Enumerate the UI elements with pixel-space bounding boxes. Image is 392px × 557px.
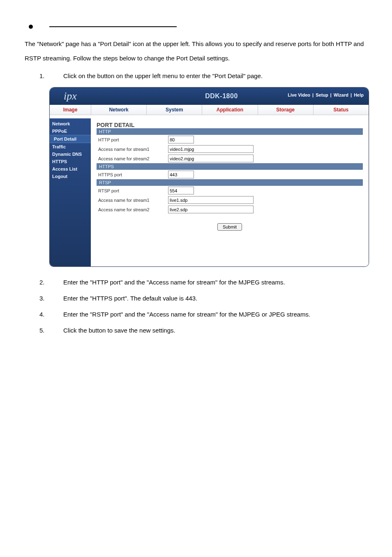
row-http-port: HTTP port: [97, 135, 363, 144]
step-text: Click the button to save the new setting…: [63, 322, 367, 338]
heading-bullet-row: [25, 25, 367, 29]
section-rtsp: RTSP: [97, 179, 363, 186]
input-https-port[interactable]: [168, 171, 194, 178]
row-https-port: HTTPS port: [97, 170, 363, 179]
label-rtsp-port: RTSP port: [97, 188, 168, 193]
input-rtsp-stream2[interactable]: [168, 206, 254, 213]
label-http-stream1: Access name for stream1: [97, 147, 168, 152]
section-http: HTTP: [97, 128, 363, 135]
top-tabs: Image Network System Application Storage…: [50, 105, 369, 115]
sidebar-item-traffic[interactable]: Traffic: [50, 143, 91, 150]
tab-image[interactable]: Image: [50, 105, 91, 115]
input-rtsp-port[interactable]: [168, 187, 194, 194]
app-screenshot: ipx DDK-1800 Live Video | Setup | Wizard…: [49, 87, 369, 267]
input-http-stream1[interactable]: [168, 145, 254, 153]
input-rtsp-stream1[interactable]: [168, 196, 254, 204]
app-body: Network PPPoE Port Detail Traffic Dynami…: [50, 118, 369, 266]
step-text: Click on the button on the upper left me…: [63, 68, 367, 84]
intro-paragraph: The "Network" page has a "Port Detail" i…: [25, 37, 367, 65]
step-1: 1. Click on the button on the upper left…: [25, 68, 367, 84]
link-setup[interactable]: Setup: [315, 92, 329, 97]
sidebar-item-access-list[interactable]: Access List: [50, 165, 91, 173]
content-panel: PORT DETAIL HTTP HTTP port Access name f…: [91, 118, 369, 266]
step-text: Enter the "HTTPS port". The default valu…: [63, 290, 367, 306]
tab-storage[interactable]: Storage: [258, 105, 314, 115]
link-help[interactable]: Help: [353, 92, 364, 97]
step-number: 4.: [39, 306, 48, 322]
row-http-stream1: Access name for stream1: [97, 144, 363, 154]
row-rtsp-port: RTSP port: [97, 186, 363, 195]
step-number: 1.: [39, 68, 48, 84]
submit-button[interactable]: Submit: [217, 223, 242, 231]
tab-status[interactable]: Status: [314, 105, 369, 115]
panel-title: PORT DETAIL: [97, 122, 363, 128]
bullet-dot-icon: [29, 25, 33, 29]
row-rtsp-stream2: Access name for stream2: [97, 205, 363, 214]
step-text: Enter the "HTTP port" and the "Access na…: [63, 274, 367, 290]
link-wizard[interactable]: Wizard: [333, 92, 349, 97]
label-http-port: HTTP port: [97, 137, 168, 142]
submit-row: Submit: [97, 223, 363, 231]
step-number: 3.: [39, 290, 48, 306]
row-http-stream2: Access name for stream2: [97, 154, 363, 163]
app-header: ipx DDK-1800 Live Video | Setup | Wizard…: [50, 88, 369, 105]
input-http-port[interactable]: [168, 136, 194, 143]
sidebar-item-network[interactable]: Network: [50, 120, 91, 127]
input-http-stream2[interactable]: [168, 155, 254, 162]
tab-application[interactable]: Application: [202, 105, 258, 115]
tab-network[interactable]: Network: [91, 105, 147, 115]
label-rtsp-stream2: Access name for stream2: [97, 207, 168, 212]
row-rtsp-stream1: Access name for stream1: [97, 195, 363, 205]
label-http-stream2: Access name for stream2: [97, 156, 168, 161]
tab-system[interactable]: System: [147, 105, 202, 115]
step-text: Enter the "RSTP port" and the "Access na…: [63, 306, 367, 322]
step-number: 2.: [39, 274, 48, 290]
document-page: The "Network" page has a "Port Detail" i…: [25, 25, 367, 338]
heading-underline: [49, 26, 177, 27]
section-https: HTTPS: [97, 163, 363, 170]
step-5: 5. Click the button to save the new sett…: [25, 322, 367, 338]
instruction-list: 1. Click on the button on the upper left…: [25, 68, 367, 84]
step-2: 2. Enter the "HTTP port" and the "Access…: [25, 274, 367, 290]
step-4: 4. Enter the "RSTP port" and the "Access…: [25, 306, 367, 322]
step-number: 5.: [39, 322, 48, 338]
sidebar-item-pppoe[interactable]: PPPoE: [50, 127, 91, 135]
header-links: Live Video | Setup | Wizard | Help: [287, 92, 364, 97]
sidebar-item-logout[interactable]: Logout: [50, 173, 91, 180]
link-live-video[interactable]: Live Video: [287, 92, 311, 97]
instruction-list-continued: 2. Enter the "HTTP port" and the "Access…: [25, 274, 367, 338]
sidebar-item-dynamic-dns[interactable]: Dynamic DNS: [50, 150, 91, 158]
sidebar: Network PPPoE Port Detail Traffic Dynami…: [50, 118, 91, 266]
step-3: 3. Enter the "HTTPS port". The default v…: [25, 290, 367, 306]
label-rtsp-stream1: Access name for stream1: [97, 198, 168, 203]
label-https-port: HTTPS port: [97, 172, 168, 177]
sidebar-item-port-detail[interactable]: Port Detail: [50, 135, 91, 143]
sidebar-item-https[interactable]: HTTPS: [50, 158, 91, 165]
